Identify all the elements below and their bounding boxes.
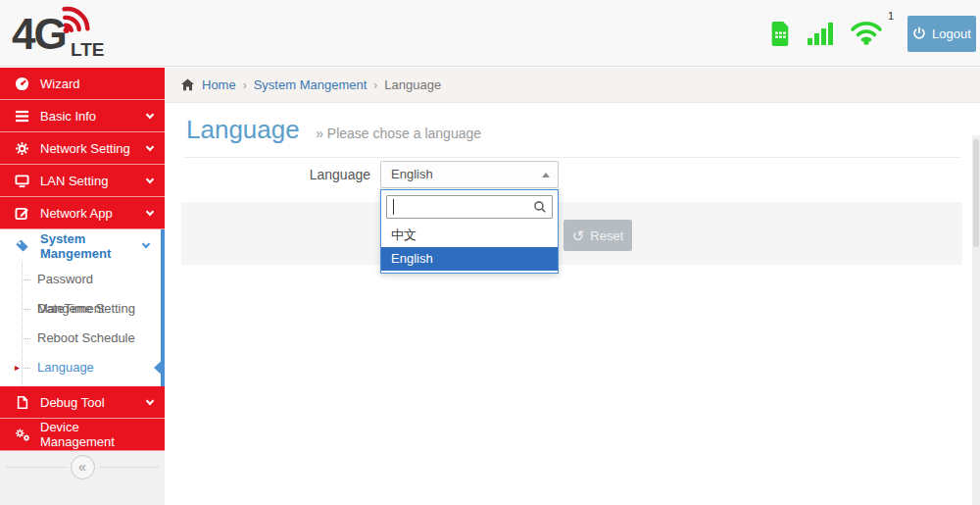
breadcrumb-home[interactable]: Home [202,77,236,92]
sidebar: Wizard Basic Info Network Setting LAN Se… [0,68,165,505]
submenu-item-password-mangement[interactable]: Password Mangement [0,265,161,294]
status-cluster: 1 Logout [770,0,976,67]
text-caret [393,199,394,215]
sidebar-item-label: Device Management [40,420,153,449]
breadcrumb-separator: › [373,78,377,92]
reset-label: Reset [590,228,623,243]
submenu-item-label: Reboot Schedule [37,330,135,345]
sidebar-item-device-management[interactable]: Device Management [0,419,165,451]
sidebar-item-debug-tool[interactable]: Debug Tool [0,386,165,419]
sidebar-item-network-setting[interactable]: Network Setting [0,132,165,165]
language-dropdown-panel: 中文 English [380,189,559,274]
sidebar-item-wizard[interactable]: Wizard [0,68,165,100]
home-icon [180,77,195,92]
sim-card-icon [770,21,792,47]
divider [6,467,67,468]
power-icon [912,26,926,40]
logout-button[interactable]: Logout [907,16,976,52]
sidebar-item-label: Wizard [40,76,153,91]
chevron-down-icon [146,110,154,118]
logo-text-lte: LTE [71,39,104,61]
dropdown-search-input[interactable] [386,195,553,219]
divider [184,157,960,158]
signal-bar [828,23,833,45]
sidebar-item-label: System Mangement [40,231,143,261]
language-field-label: Language [204,161,370,188]
topbar: 4G LTE [0,0,980,67]
breadcrumb-current: Language [384,77,441,92]
breadcrumb: Home › System Mangement › Language [165,68,980,103]
wifi-client-count: 1 [888,10,894,22]
tag-icon [14,238,30,253]
sidebar-item-basic-info[interactable]: Basic Info [0,100,165,132]
wifi-status: 1 [849,18,892,49]
page-title: Language [186,115,300,144]
page-subtitle: » Please chose a language [316,126,481,141]
gauge-icon [14,76,30,91]
sidebar-item-network-app[interactable]: Network App [0,197,165,229]
language-select[interactable]: English [380,161,559,188]
chevron-down-icon [146,396,154,404]
sidebar-item-lan-setting[interactable]: LAN Setting [0,165,165,197]
reset-icon: ↺ [572,228,585,243]
system-mangement-submenu: Password Mangement DateTime Setting Rebo… [0,262,165,386]
dropdown-search-wrap [386,195,553,219]
edit-icon [14,206,30,221]
chevron-down-icon [146,175,154,182]
gears-icon [14,428,30,442]
dropdown-option-chinese[interactable]: 中文 [381,224,558,247]
chevron-down-icon [142,240,150,248]
submenu-item-label: Language [37,360,94,375]
router-admin-page: 4G LTE [0,0,980,505]
signal-bar [814,33,819,45]
page-scrollbar[interactable] [972,135,980,505]
4g-lte-logo: 4G LTE [12,4,149,65]
wifi-icon [849,18,884,45]
signal-strength-icon [808,22,833,45]
sidebar-item-system-mangement[interactable]: System Mangement [0,229,165,262]
chevron-down-icon [146,142,154,150]
submenu-item-language[interactable]: ▸ Language [0,353,161,382]
file-icon [14,395,30,410]
sidebar-collapse-row: « [0,451,165,482]
language-select-value: English [391,167,433,181]
chevron-down-icon [146,207,154,215]
signal-bar [821,28,826,45]
sidebar-collapse-button[interactable]: « [71,455,95,480]
logout-label: Logout [932,26,971,41]
divider [99,467,160,468]
submenu-item-reboot-schedule[interactable]: Reboot Schedule [0,324,161,353]
main-content: Home › System Mangement › Language Langu… [165,68,980,505]
sidebar-item-label: Network Setting [40,141,147,156]
breadcrumb-system-mangement[interactable]: System Mangement [254,77,368,92]
submenu-item-datetime-setting[interactable]: DateTime Setting [0,294,161,324]
sidebar-item-label: LAN Setting [40,174,147,188]
dropdown-option-english[interactable]: English [381,247,558,271]
sidebar-item-label: Debug Tool [40,395,147,410]
submenu-item-label: DateTime Setting [37,301,135,316]
breadcrumb-separator: › [243,78,247,92]
search-icon [533,200,547,214]
active-bullet-icon: ▸ [15,353,20,382]
sidebar-item-label: Network App [40,206,147,221]
scrollbar-thumb[interactable] [973,139,979,247]
sidebar-filler [0,482,165,505]
chevron-up-icon [542,173,550,177]
list-icon [14,109,30,124]
title-row: Language » Please chose a language [165,103,980,157]
reset-button[interactable]: ↺ Reset [564,220,632,251]
signal-bar [808,38,812,45]
gear-icon [14,141,30,156]
sidebar-item-label: Basic Info [40,109,147,124]
monitor-icon [14,174,30,188]
